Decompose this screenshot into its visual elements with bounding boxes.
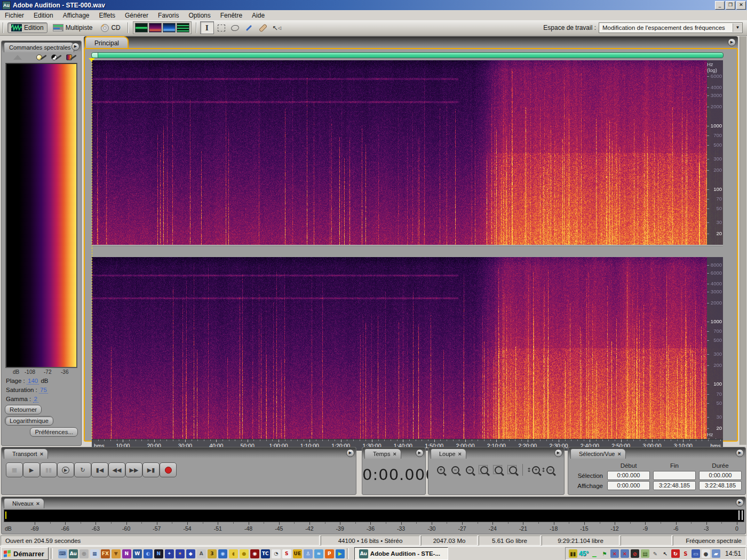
horizontal-range-bar[interactable]: [91, 52, 724, 58]
phase-view-icon[interactable]: [177, 23, 189, 33]
selection-fin-field[interactable]: [653, 471, 696, 480]
effects-brush-tool[interactable]: [243, 22, 256, 34]
zoom-full-button[interactable]: −: [463, 463, 477, 476]
selection-debut-field[interactable]: 0:00.000: [607, 471, 650, 480]
retourner-button[interactable]: Retourner: [5, 405, 42, 414]
pause-tray-icon[interactable]: ▮▮: [569, 549, 577, 558]
mouse-icon[interactable]: ●: [702, 549, 710, 558]
menu-item-options[interactable]: Options: [184, 11, 215, 20]
pen-icon[interactable]: ✎: [651, 549, 659, 558]
affichage-debut-field[interactable]: 0:00.000: [607, 481, 650, 490]
tool-icon[interactable]: ✦: [165, 549, 174, 558]
logarithmique-button[interactable]: Logarithmique: [5, 416, 53, 426]
panel-menu-button[interactable]: ▶: [554, 449, 562, 457]
menu-item-aide[interactable]: Aide: [247, 11, 269, 20]
netbeans-icon[interactable]: N: [154, 549, 163, 558]
planet-icon[interactable]: ◐: [144, 549, 153, 558]
panel-menu-button[interactable]: ▶: [736, 449, 744, 457]
panel-menu-button[interactable]: ▶: [346, 449, 354, 457]
workspace-dropdown[interactable]: Modification de l'espacement des fréquen…: [599, 22, 743, 33]
color-pen-yellow-icon[interactable]: [36, 54, 47, 61]
ue-icon[interactable]: UE: [293, 549, 302, 558]
stop-button[interactable]: ■: [6, 462, 23, 477]
color-pen-mono-icon[interactable]: [51, 54, 62, 61]
close-button[interactable]: ✕: [736, 1, 746, 10]
menu-item-edition[interactable]: Edition: [29, 11, 58, 20]
swan-icon[interactable]: ≈: [314, 549, 323, 558]
sbp-icon[interactable]: S: [282, 549, 291, 558]
antivirus-icon[interactable]: S: [681, 549, 690, 558]
level-meter[interactable]: [4, 509, 744, 522]
close-icon[interactable]: ×: [40, 451, 43, 457]
star-icon[interactable]: ✶: [176, 549, 185, 558]
preferences-button[interactable]: Préférences...: [30, 427, 78, 437]
record-button[interactable]: [160, 462, 177, 477]
grayapp-icon[interactable]: A: [197, 549, 206, 558]
lasso-selection-tool[interactable]: [229, 22, 242, 34]
minimize-button[interactable]: _: [715, 1, 725, 10]
start-button[interactable]: Démarrer: [1, 547, 49, 560]
play-from-cursor-button[interactable]: ▶: [57, 462, 74, 477]
zoom-in-h-button[interactable]: +: [434, 463, 448, 476]
zoom-selection-button[interactable]: [477, 463, 491, 476]
fast-forward-button[interactable]: ▶▶: [125, 462, 142, 477]
multipiste-mode-button[interactable]: Multipiste: [50, 23, 96, 33]
menu-item-effets[interactable]: Effets: [94, 11, 120, 20]
panel-menu-button[interactable]: ▶: [728, 38, 736, 46]
moon-icon[interactable]: ◖: [229, 549, 238, 558]
marquee-selection-tool[interactable]: [215, 22, 228, 34]
title-bar[interactable]: Au Adobe Audition - STE-000.wav _ ❐ ✕: [0, 0, 747, 10]
panel-grip[interactable]: [573, 451, 576, 457]
network-offline2-icon[interactable]: ✕: [621, 549, 629, 558]
cursor-icon[interactable]: ↖: [661, 549, 670, 558]
eye-icon[interactable]: ◉: [250, 549, 259, 558]
keyboard-icon[interactable]: ⌨: [58, 549, 67, 558]
zoom-out-v-button[interactable]: ↕−: [541, 463, 555, 476]
user-icon[interactable]: ♙: [304, 549, 313, 558]
close-icon[interactable]: ×: [36, 501, 39, 506]
spectral-gradient-preview[interactable]: [5, 63, 77, 368]
close-icon[interactable]: ×: [617, 451, 621, 457]
range-bar-handle[interactable]: [92, 53, 98, 58]
zoom-sel-left-button[interactable]: [491, 463, 506, 476]
panel-menu-button[interactable]: ▶: [416, 449, 424, 457]
channel-divider[interactable]: [92, 245, 723, 246]
menu-item-favoris[interactable]: Favoris: [153, 11, 184, 20]
badge-icon[interactable]: ◆: [186, 549, 195, 558]
onenote-icon[interactable]: N: [122, 549, 131, 558]
close-icon[interactable]: ×: [458, 451, 462, 457]
playhead-line[interactable]: [92, 60, 92, 439]
cd-mode-button[interactable]: CD: [98, 23, 123, 33]
flag-icon[interactable]: ⚑: [600, 549, 609, 558]
edition-mode-button[interactable]: Edition: [7, 22, 47, 33]
go-start-button[interactable]: ▮◀: [91, 462, 108, 477]
go-end-button[interactable]: ▶▮: [142, 462, 160, 477]
web3-icon[interactable]: 3: [208, 549, 217, 558]
selection-duree-field[interactable]: 0:00.000: [699, 471, 742, 480]
affichage-fin-field[interactable]: 3:22:48.185: [653, 481, 696, 490]
clock-app-icon[interactable]: ◔: [272, 549, 281, 558]
ball-icon[interactable]: ●: [240, 549, 249, 558]
panel-grip[interactable]: [89, 40, 92, 46]
pdf-icon[interactable]: P: [325, 549, 334, 558]
affichage-duree-field[interactable]: 3:22:48.185: [699, 481, 742, 490]
spot-healing-tool[interactable]: [257, 22, 269, 34]
loop-button[interactable]: ↻: [74, 462, 91, 477]
sync-icon[interactable]: ↻: [671, 549, 680, 558]
panel-menu-button[interactable]: ▶: [71, 43, 80, 51]
folder-icon[interactable]: ▼: [112, 549, 121, 558]
zoom-sel-right-button[interactable]: [506, 463, 520, 476]
zoom-out-h-button[interactable]: −: [448, 463, 463, 476]
menu-item-affichage[interactable]: Affichage: [58, 11, 94, 20]
zoom-in-v-button[interactable]: ↕+: [526, 463, 541, 476]
minimized-bar-icon[interactable]: ▁: [590, 549, 599, 558]
gamma-value[interactable]: 2: [33, 396, 38, 403]
spectral-view-icon[interactable]: [149, 23, 162, 33]
audition-icon[interactable]: Au: [69, 549, 78, 558]
display-icon[interactable]: ▭: [692, 549, 700, 558]
chevron-down-icon[interactable]: ▼: [733, 23, 742, 32]
updates-icon[interactable]: ▤: [641, 549, 649, 558]
restore-button[interactable]: ❐: [726, 1, 735, 10]
menu-item-générer[interactable]: Générer: [120, 11, 153, 20]
tc-icon[interactable]: TC: [261, 549, 270, 558]
